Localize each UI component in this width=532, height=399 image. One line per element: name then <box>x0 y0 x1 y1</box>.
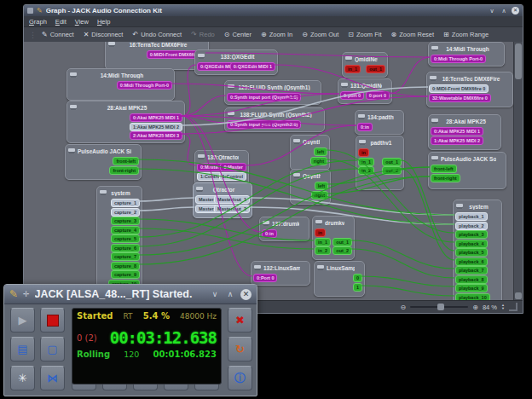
node-system-right[interactable]: systemplayback_1playback_2playback_3play… <box>453 200 502 301</box>
node-drumkv1-jack[interactable]: drumkv1inin_1in_2out_1out_2 <box>312 216 355 260</box>
port-playback-4[interactable]: playback_4 <box>455 240 488 248</box>
port-0-port-0[interactable]: 0:port 0 <box>340 91 364 100</box>
vertical-scrollbar-thumb[interactable] <box>515 43 522 79</box>
port-0-synth-input-port-qsynth1-0-[interactable]: 0:Synth input port (Qsynth1:0) <box>227 93 301 101</box>
port-1-akai-mpk25-midi-2[interactable]: 1:Akai MPK25 MIDI 2 <box>130 123 182 131</box>
node-fluid1[interactable]: 129:FLUID Synth (Qsynth1)0:Synth input p… <box>224 80 321 105</box>
zoom-reset-button[interactable]: ⊗Zoom Reset <box>391 31 435 38</box>
port-0-port-0[interactable]: 0:port 0 <box>366 91 390 100</box>
port-0-in[interactable]: 0:in <box>357 123 373 131</box>
shade-button[interactable]: ∨ <box>488 8 496 14</box>
node-qtractor-alsa[interactable]: 135:Qtractor0:Master1:Control0:Master1:C… <box>194 150 249 186</box>
zoom-slider[interactable] <box>410 306 468 308</box>
port-0-akai-mpk25-midi-1[interactable]: 0:Akai MPK25 MIDI 1 <box>130 113 182 122</box>
port-in-2[interactable]: in_2 <box>358 166 374 175</box>
port-front-left[interactable]: front-left <box>113 157 139 165</box>
menu-help[interactable]: Help <box>97 18 110 26</box>
port-in[interactable]: in <box>358 148 369 157</box>
node-akai-left[interactable]: 28:Akai MPK250:Akai MPK25 MIDI 11:Akai M… <box>66 101 185 143</box>
zoom-spinner[interactable]: ▲▼ <box>501 304 505 310</box>
about-button[interactable]: ⓘ <box>228 366 252 390</box>
vertical-scrollbar[interactable] <box>513 42 523 301</box>
port-left[interactable]: left <box>314 147 327 156</box>
zoom-in-icon[interactable]: ⊕ <box>472 304 478 311</box>
node-padthv1-alsa[interactable]: 134:padthv10:in <box>355 110 404 135</box>
port-playback-8[interactable]: playback_8 <box>455 275 488 284</box>
disconnect-button[interactable]: ✕Disconnect <box>84 31 124 38</box>
jack-rollup-button[interactable]: ∧ <box>225 290 235 298</box>
port-front-right[interactable]: front-right <box>109 166 139 175</box>
node-linuxsampler-jack[interactable]: LinuxSampler01 <box>314 261 365 297</box>
zoom-level[interactable]: 84 % <box>483 304 497 311</box>
port-0-master[interactable]: 0:Master <box>220 163 246 171</box>
scrollbar-down-button[interactable] <box>515 292 522 299</box>
port-out-2[interactable]: out_2 <box>382 166 402 175</box>
connect-button[interactable]: ✎Connect <box>42 31 74 38</box>
node-pulse-sink[interactable]: PulseAudio JACK Sinkfront-leftfront-righ… <box>65 144 142 180</box>
node-qxgedit[interactable]: 133:QXGEdit0:QXGEdit MIDI 10:QXGEdit MID… <box>194 49 278 75</box>
port-0-midi-front-dmx6fire-0[interactable]: 0:MIDI-Front DMX6fire 0 <box>429 84 489 93</box>
start-button[interactable]: ▶ <box>10 308 35 332</box>
node-qmidinet-alsa[interactable]: 131:QmidiNet0:port 00:port 0 <box>338 78 392 104</box>
quit-button[interactable]: ✖ <box>228 308 252 332</box>
menu-view[interactable]: View <box>75 18 89 26</box>
port-capture-2[interactable]: capture_2 <box>111 208 140 217</box>
port-front-right[interactable]: front-right <box>431 174 460 182</box>
jack-titlebar[interactable]: ✎ ✛ JACK [ALSA_48..._RT] Started. ∨ ∧ ✕ <box>4 285 257 304</box>
port-right[interactable]: right <box>311 191 328 200</box>
port-capture-3[interactable]: capture_3 <box>111 217 140 225</box>
node-padthv1-jack[interactable]: padthv1inin_1in_2out_1out_2 <box>356 136 404 190</box>
port-playback-6[interactable]: playback_6 <box>455 257 488 266</box>
close-button[interactable]: ✕ <box>512 7 519 14</box>
zoom-slider-knob[interactable] <box>437 304 444 310</box>
node-qtractor-jack[interactable]: QtractorMaster/in_1Master/in_2Master/out… <box>193 182 252 218</box>
node-qsynth2[interactable]: Qsynth2leftright <box>290 169 331 205</box>
jack-close-button[interactable]: ✕ <box>240 289 252 300</box>
session-button[interactable]: ▢ <box>40 337 65 361</box>
port-master-out-1[interactable]: Master/out_1 <box>214 195 250 204</box>
zoom-out-button[interactable]: ⊖Zoom Out <box>302 31 338 38</box>
port-0-akai-mpk25-midi-1[interactable]: 0:Akai MPK25 MIDI 1 <box>431 127 483 136</box>
port-out-1[interactable]: out_1 <box>382 158 402 166</box>
node-qsynth1[interactable]: Qsynth1leftright <box>290 135 330 171</box>
undo-connect-button[interactable]: ↶Undo Connect <box>132 31 182 38</box>
port-capture-5[interactable]: capture_5 <box>111 234 140 243</box>
system-menu-icon[interactable] <box>27 8 33 14</box>
port-playback-3[interactable]: playback_3 <box>455 230 488 239</box>
port-1-akai-mpk25-midi-2[interactable]: 1:Akai MPK25 MIDI 2 <box>431 136 483 145</box>
port-in-1[interactable]: in_1 <box>315 238 331 246</box>
port-1[interactable]: 1 <box>353 283 362 292</box>
port-in-1[interactable]: in_1 <box>358 158 374 166</box>
port-front-left[interactable]: front-left <box>431 165 457 173</box>
zoom-fit-button[interactable]: ⊡Zoom Fit <box>348 31 381 38</box>
port-in[interactable]: in <box>315 228 326 237</box>
graph-canvas[interactable]: 16:TerraTec DMX6Fire0:MIDI-Front DMX6fir… <box>24 42 514 301</box>
port-0-midi-through-port-0[interactable]: 0:Midi Through Port-0 <box>117 81 172 90</box>
port-capture-8[interactable]: capture_8 <box>111 262 140 270</box>
node-pulse-source[interactable]: PulseAudio JACK Sourcefront-leftfront-ri… <box>428 152 506 189</box>
port-out-1[interactable]: out_1 <box>366 65 385 73</box>
node-fluid2[interactable]: 138:FLUID Synth (Qsynth2)0:Synth input p… <box>224 107 325 132</box>
port-playback-9[interactable]: playback_9 <box>455 284 488 292</box>
port-0-synth-input-port-qsynth2-0-[interactable]: 0:Synth input port (Qsynth2:0) <box>227 120 301 129</box>
zoom-range-button[interactable]: ⊞Zoom Range <box>443 31 489 38</box>
port-in-2[interactable]: in_2 <box>315 246 331 255</box>
port-playback-5[interactable]: playback_5 <box>455 248 488 257</box>
port-capture-9[interactable]: capture_9 <box>111 270 140 279</box>
menu-graph[interactable]: Graph <box>29 18 47 26</box>
port-master-out-2[interactable]: Master/out_2 <box>214 205 250 213</box>
port-0-midi-through-port-0[interactable]: 0:Midi Through Port-0 <box>431 55 486 63</box>
node-midi-through-left[interactable]: 14:Midi Through0:Midi Through Port-0 <box>66 68 175 101</box>
port-out-1[interactable]: out_1 <box>332 238 352 246</box>
port-right[interactable]: right <box>310 157 327 165</box>
center-button[interactable]: ⊙Center <box>224 31 252 38</box>
port-capture-4[interactable]: capture_4 <box>111 226 140 234</box>
port-left[interactable]: left <box>315 182 328 190</box>
port-2-akai-mpk25-midi-3[interactable]: 2:Akai MPK25 MIDI 3 <box>130 131 182 140</box>
node-qmidinet-jack[interactable]: QmidiNetin_1out_1 <box>342 52 388 78</box>
node-linuxsampler-alsa[interactable]: 132:LinuxSampler0:Port 0 <box>251 261 310 286</box>
menu-edit[interactable]: Edit <box>55 18 66 26</box>
port-out-2[interactable]: out_2 <box>332 246 352 255</box>
pause-button[interactable]: ↻ <box>228 337 252 361</box>
port-1-control[interactable]: 1:Control <box>219 172 246 181</box>
